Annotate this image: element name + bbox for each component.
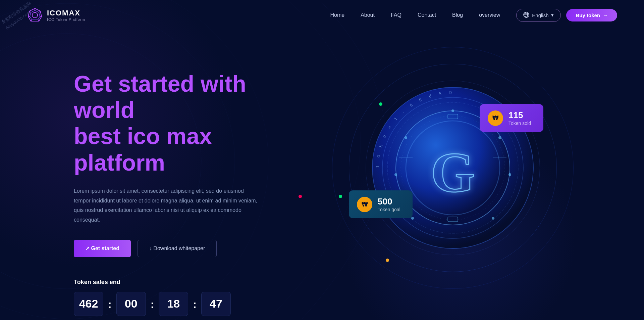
- separator-1: :: [103, 298, 116, 311]
- buy-label: Buy token: [576, 12, 600, 18]
- countdown-boxes: 462 Days : 00 Hours : 18 Minutes : 47 Se…: [74, 292, 288, 320]
- minutes-value: 18: [159, 292, 188, 316]
- logo-link[interactable]: ICOMAX ICO Token Platform: [27, 7, 85, 23]
- logo-text: ICOMAX ICO Token Platform: [47, 9, 85, 21]
- nav-overview[interactable]: overview: [479, 12, 500, 18]
- hero-description: Lorem ipsum dolor sit amet, consectetur …: [74, 186, 262, 225]
- hero-buttons: ↗ Get started ↓ Download whitepaper: [74, 240, 288, 257]
- countdown-section: Token sales end 462 Days : 00 Hours : 18…: [74, 279, 288, 320]
- svg-point-28: [492, 217, 494, 220]
- countdown-label: Token sales end: [74, 279, 288, 286]
- countdown-seconds: 47 Seconds: [201, 292, 231, 320]
- svg-line-7: [39, 11, 40, 12]
- svg-point-26: [498, 136, 501, 139]
- lang-label: English: [532, 12, 548, 18]
- download-whitepaper-button[interactable]: ↓ Download whitepaper: [138, 240, 217, 257]
- seconds-unit: Seconds: [208, 319, 225, 320]
- nav-links: Home About FAQ Contact Blog overview: [330, 12, 500, 18]
- svg-line-12: [30, 11, 31, 12]
- arrow-icon: →: [603, 12, 608, 18]
- language-button[interactable]: English ▾: [516, 9, 561, 22]
- token-goal-label: Token goal: [378, 207, 400, 212]
- nav-faq[interactable]: FAQ: [391, 12, 401, 18]
- hours-unit: Hours: [125, 319, 137, 320]
- countdown-hours: 00 Hours: [116, 292, 146, 320]
- countdown-minutes: 18 Minutes: [159, 292, 188, 320]
- svg-point-25: [451, 109, 454, 112]
- logo-icon: [27, 7, 43, 23]
- nav-blog[interactable]: Blog: [452, 12, 463, 18]
- separator-3: :: [188, 298, 201, 311]
- token-goal-icon: ₩: [357, 197, 372, 212]
- svg-marker-4: [30, 10, 40, 20]
- token-sold-icon: ₩: [488, 110, 503, 126]
- globe-icon: [523, 12, 529, 19]
- nav-right: English ▾ Buy token →: [516, 9, 617, 22]
- hero-section: Get started with world best ico max plat…: [74, 50, 288, 320]
- dot-pink: [299, 195, 302, 198]
- nav-about[interactable]: About: [361, 12, 375, 18]
- token-goal-card: ₩ 500 Token goal: [349, 190, 413, 218]
- svg-point-29: [411, 217, 414, 220]
- minutes-unit: Minutes: [166, 319, 181, 320]
- token-sold-label: Token sold: [508, 121, 531, 126]
- hero-title: Get started with world best ico max plat…: [74, 71, 288, 176]
- navbar: ICOMAX ICO Token Platform Home About FAQ…: [0, 0, 644, 30]
- chevron-down-icon: ▾: [551, 12, 554, 18]
- days-unit: Days: [84, 319, 94, 320]
- nav-home[interactable]: Home: [330, 12, 344, 18]
- coin-section: G 1 G K U = 1 . 0 0 U S D: [288, 50, 617, 285]
- dot-yellow-bottom: [386, 259, 389, 262]
- token-sold-number: 115: [508, 110, 531, 121]
- token-goal-info: 500 Token goal: [378, 196, 400, 212]
- coin-container: G 1 G K U = 1 . 0 0 U S D: [369, 84, 537, 252]
- get-started-button[interactable]: ↗ Get started: [74, 240, 131, 257]
- main-content: Get started with world best ico max plat…: [0, 30, 644, 320]
- dot-green-mid: [339, 195, 342, 198]
- days-value: 462: [74, 292, 103, 316]
- svg-point-31: [405, 136, 407, 139]
- seconds-value: 47: [201, 292, 231, 316]
- buy-token-button[interactable]: Buy token →: [566, 9, 617, 21]
- svg-point-5: [32, 12, 38, 18]
- countdown-days: 462 Days: [74, 292, 103, 320]
- token-sold-card: ₩ 115 Token sold: [480, 104, 543, 132]
- token-goal-number: 500: [378, 196, 400, 207]
- svg-text:G: G: [431, 141, 475, 204]
- nav-contact[interactable]: Contact: [418, 12, 436, 18]
- svg-point-30: [394, 173, 397, 176]
- hours-value: 00: [116, 292, 146, 316]
- svg-point-27: [508, 173, 511, 176]
- separator-2: :: [146, 298, 159, 311]
- token-sold-info: 115 Token sold: [508, 110, 531, 126]
